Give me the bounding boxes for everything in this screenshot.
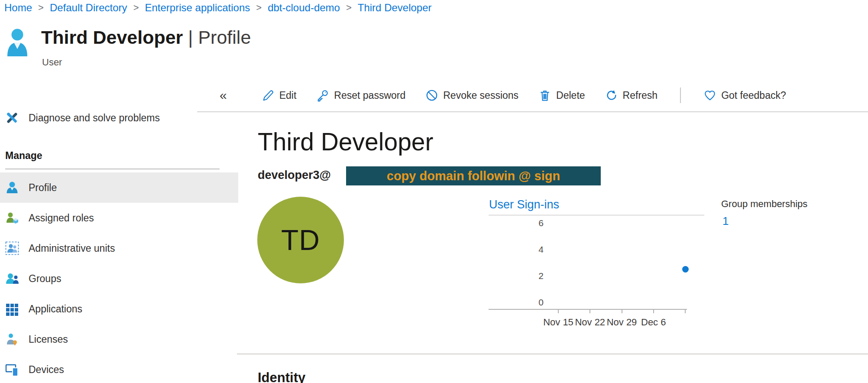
edit-button[interactable]: Edit (262, 89, 297, 102)
chart-x-tick-label: Dec 6 (625, 317, 682, 328)
sidebar-item-label: Assigned roles (29, 212, 94, 224)
chart-x-tick-mark (622, 310, 622, 313)
breadcrumb-dbt-cloud-demo[interactable]: dbt-cloud-demo (268, 2, 340, 14)
devices-icon (5, 363, 19, 377)
sidebar-separator (5, 169, 220, 169)
sidebar-item-label: Licenses (29, 334, 68, 345)
chart-x-tick-mark (558, 310, 559, 313)
delete-label: Delete (556, 90, 585, 101)
person-cube-icon (5, 211, 19, 225)
chart-y-tick-label: 6 (489, 217, 544, 229)
breadcrumb-enterprise-applications[interactable]: Enterprise applications (145, 2, 250, 14)
domain-redaction-overlay: copy domain followin @ sign (346, 166, 601, 185)
toolbar-divider (680, 88, 681, 103)
revoke-sessions-label: Revoke sessions (443, 90, 518, 101)
avatar: TD (257, 197, 344, 283)
breadcrumb-third-developer[interactable]: Third Developer (358, 2, 432, 14)
sidebar-item-profile[interactable]: Profile (0, 172, 238, 203)
people-selection-icon (5, 241, 19, 255)
sidebar: Diagnose and solve problems Manage Profi… (0, 65, 238, 383)
breadcrumb-separator: > (346, 2, 352, 13)
breadcrumb-home[interactable]: Home (4, 2, 32, 14)
refresh-icon (605, 89, 618, 102)
grid-icon (5, 302, 19, 316)
page-title-name: Third Developer (41, 27, 183, 48)
chart-x-axis (489, 309, 687, 310)
chart-x-tick-mark (589, 310, 590, 313)
sidebar-section-manage: Manage (5, 150, 42, 162)
people-icon (5, 272, 19, 286)
pencil-icon (262, 89, 275, 102)
key-icon (316, 89, 329, 102)
person-badge-icon (5, 332, 19, 346)
sidebar-item-assigned-roles[interactable]: Assigned roles (0, 203, 238, 233)
feedback-label: Got feedback? (721, 90, 786, 101)
reset-password-button[interactable]: Reset password (316, 89, 405, 102)
breadcrumb-separator: > (256, 2, 262, 13)
tools-icon (5, 111, 19, 125)
sidebar-item-label: Administrative units (29, 243, 115, 254)
sidebar-item-label: Applications (29, 303, 82, 315)
group-memberships-label: Group memberships (721, 198, 807, 210)
sidebar-item-devices[interactable]: Devices (0, 354, 238, 383)
chart-data-point (682, 266, 689, 273)
feedback-button[interactable]: Got feedback? (703, 89, 786, 102)
chart-x-tick-mark (685, 310, 686, 313)
page-title: Third Developer | Profile (41, 27, 251, 48)
avatar-initials: TD (281, 224, 320, 256)
refresh-label: Refresh (623, 90, 658, 101)
sidebar-item-applications[interactable]: Applications (0, 294, 238, 324)
user-email-prefix: developer3@ (258, 169, 331, 182)
command-bar-items: Edit Reset password Revoke sessions (262, 88, 786, 103)
trash-icon (538, 89, 551, 102)
chart-y-tick-label: 2 (489, 270, 544, 282)
breadcrumb: Home > Default Directory > Enterprise ap… (4, 2, 432, 14)
revoke-sessions-button[interactable]: Revoke sessions (425, 89, 518, 102)
user-signins-link[interactable]: User Sign-ins (489, 198, 559, 211)
chart-x-tick-mark (653, 310, 654, 313)
sidebar-collapse-button[interactable]: « (220, 89, 227, 102)
reset-password-label: Reset password (334, 90, 405, 101)
breadcrumb-separator: > (133, 2, 139, 13)
heart-icon (703, 89, 716, 102)
breadcrumb-default-directory[interactable]: Default Directory (50, 2, 127, 14)
group-memberships-count[interactable]: 1 (722, 214, 729, 228)
user-display-name: Third Developer (258, 127, 434, 156)
section-separator (237, 354, 868, 354)
page-title-separator: | (188, 27, 193, 48)
edit-label: Edit (279, 90, 297, 101)
chart-title-underline (489, 215, 704, 215)
sidebar-item-label: Devices (29, 364, 64, 376)
person-icon (5, 181, 19, 195)
sidebar-item-label: Profile (29, 182, 57, 194)
chart-y-tick-label: 4 (489, 244, 544, 255)
user-signins-chart: User Sign-ins 6420Nov 15Nov 22Nov 29Dec … (489, 197, 709, 340)
block-icon (425, 89, 438, 102)
sidebar-item-label: Groups (29, 273, 61, 285)
breadcrumb-separator: > (38, 2, 44, 13)
refresh-button[interactable]: Refresh (605, 89, 658, 102)
sidebar-menu: Profile Assigned roles (0, 172, 238, 383)
redaction-note: copy domain followin @ sign (387, 169, 560, 183)
identity-section-heading: Identity (258, 370, 305, 383)
sidebar-item-label: Diagnose and solve problems (29, 112, 160, 124)
sidebar-item-groups[interactable]: Groups (0, 263, 238, 294)
page-title-suffix: Profile (198, 27, 251, 48)
sidebar-item-administrative-units[interactable]: Administrative units (0, 233, 238, 263)
user-avatar-icon (6, 28, 29, 57)
command-bar: « Edit Reset password (197, 79, 868, 112)
delete-button[interactable]: Delete (538, 89, 585, 102)
chart-y-tick-label: 0 (489, 297, 544, 308)
user-profile-page: Home > Default Directory > Enterprise ap… (0, 0, 868, 383)
sidebar-item-licenses[interactable]: Licenses (0, 324, 238, 354)
